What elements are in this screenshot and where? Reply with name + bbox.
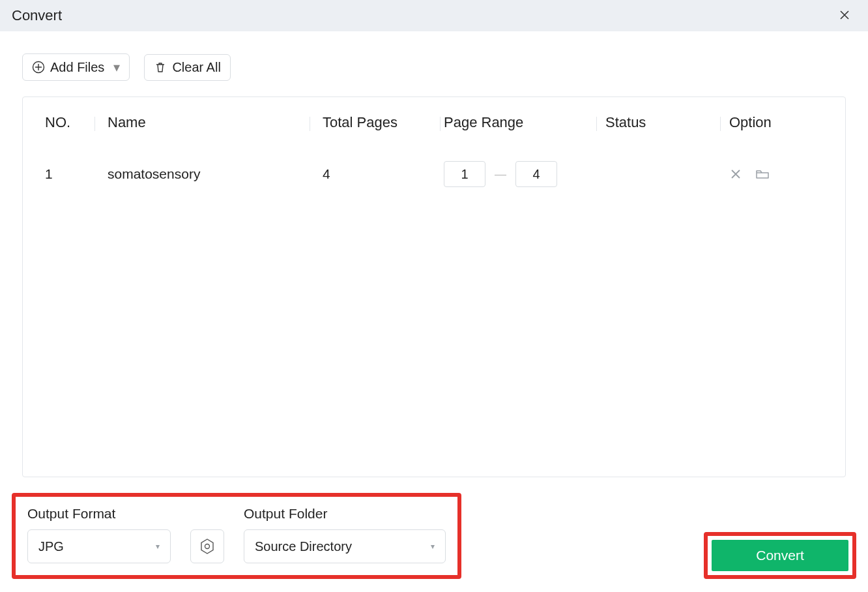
- output-folder-select[interactable]: Source Directory ▾: [244, 529, 446, 563]
- output-format-select[interactable]: JPG ▾: [27, 529, 171, 563]
- toolbar: Add Files ▾ Clear All: [0, 31, 868, 96]
- add-files-button[interactable]: Add Files ▾: [22, 53, 130, 81]
- output-settings-highlight: Output Format JPG ▾ Output Folder Source…: [12, 493, 461, 579]
- files-table: NO. Name Total Pages Page Range Status O…: [22, 96, 846, 477]
- add-files-label: Add Files: [50, 60, 104, 75]
- cell-option: [720, 168, 831, 181]
- output-format-group: Output Format JPG ▾: [27, 506, 171, 563]
- col-option: Option: [720, 105, 831, 140]
- chevron-down-icon: ▾: [431, 542, 435, 551]
- svg-point-1: [205, 544, 210, 549]
- col-pages: Total Pages: [310, 105, 440, 140]
- output-folder-group: Output Folder Source Directory ▾: [244, 506, 446, 563]
- plus-circle-icon: [32, 61, 45, 74]
- range-from-input[interactable]: 1: [444, 161, 485, 187]
- output-format-value: JPG: [38, 539, 64, 554]
- window-title: Convert: [12, 7, 62, 24]
- table-body: 1 somatosensory 4 1 — 4: [23, 152, 845, 477]
- close-icon[interactable]: [833, 5, 856, 27]
- chevron-down-icon: ▾: [113, 59, 120, 75]
- convert-highlight: Convert: [704, 532, 856, 579]
- col-no: NO.: [23, 105, 94, 140]
- open-folder-icon[interactable]: [755, 168, 770, 181]
- remove-row-icon[interactable]: [729, 168, 742, 181]
- settings-hex-icon: [199, 538, 216, 555]
- cell-no: 1: [23, 166, 94, 182]
- clear-all-label: Clear All: [172, 60, 220, 75]
- output-folder-value: Source Directory: [255, 539, 352, 554]
- range-to-input[interactable]: 4: [515, 161, 557, 187]
- table-row: 1 somatosensory 4 1 — 4: [23, 152, 845, 196]
- clear-all-button[interactable]: Clear All: [144, 54, 230, 81]
- cell-pages: 4: [310, 166, 440, 182]
- table-header: NO. Name Total Pages Page Range Status O…: [23, 97, 845, 152]
- output-format-label: Output Format: [27, 506, 171, 522]
- chevron-down-icon: ▾: [156, 542, 160, 551]
- convert-label: Convert: [756, 548, 804, 563]
- range-separator: —: [495, 168, 506, 181]
- footer: Output Format JPG ▾ Output Folder Source…: [12, 493, 856, 579]
- col-status: Status: [596, 105, 720, 140]
- cell-range: 1 — 4: [440, 161, 596, 187]
- cell-name: somatosensory: [94, 166, 310, 182]
- trash-icon: [154, 61, 167, 74]
- col-name: Name: [94, 105, 310, 140]
- format-settings-button[interactable]: [190, 529, 224, 563]
- col-range: Page Range: [440, 105, 596, 140]
- output-folder-label: Output Folder: [244, 506, 446, 522]
- titlebar: Convert: [0, 0, 868, 31]
- convert-button[interactable]: Convert: [712, 540, 848, 571]
